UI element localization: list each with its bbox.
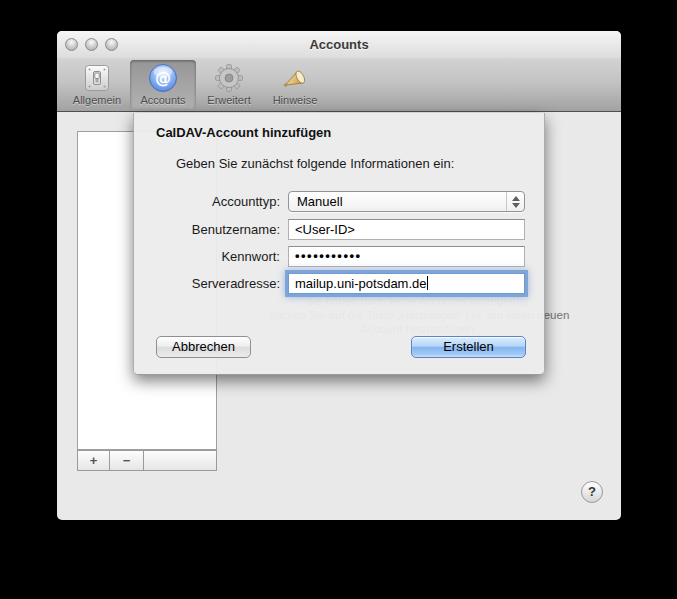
sheet-title: CalDAV-Account hinzufügen — [156, 125, 331, 140]
switch-icon — [81, 62, 113, 94]
remove-account-button[interactable]: − — [109, 450, 144, 471]
svg-text:@: @ — [155, 69, 171, 88]
toolbar-item-accounts[interactable]: @ Accounts — [130, 60, 196, 109]
popup-arrows-icon — [506, 192, 524, 211]
gear-icon — [213, 62, 245, 94]
kennwort-label: Kennwort: — [134, 249, 280, 264]
megaphone-icon — [279, 62, 311, 94]
add-account-button[interactable]: + — [77, 450, 110, 471]
serveradresse-value: mailup.uni-potsdam.de — [295, 276, 427, 291]
text-cursor — [427, 276, 428, 290]
sheet-subtitle: Geben Sie zunächst folgende Informatione… — [176, 156, 454, 171]
benutzername-label: Benutzername: — [134, 222, 280, 237]
create-button[interactable]: Erstellen — [411, 336, 526, 358]
window-header: Accounts Allgemein — [57, 31, 621, 112]
toolbar-item-label: Erweitert — [207, 94, 250, 106]
toolbar-item-label: Allgemein — [73, 94, 121, 106]
window-title: Accounts — [57, 31, 621, 59]
toolbar: Allgemein @ Accounts — [57, 59, 621, 111]
list-controls-spacer — [143, 450, 217, 471]
help-button[interactable]: ? — [581, 481, 603, 503]
benutzername-field[interactable]: <User-ID> — [288, 219, 525, 240]
toolbar-item-hinweise[interactable]: Hinweise — [262, 60, 328, 109]
toolbar-item-allgemein[interactable]: Allgemein — [64, 60, 130, 109]
arrow-down-icon — [512, 203, 520, 208]
toolbar-item-erweitert[interactable]: Erweitert — [196, 60, 262, 109]
toolbar-item-label: Hinweise — [273, 94, 318, 106]
accounttyp-popup[interactable]: Manuell — [288, 191, 525, 212]
cancel-button[interactable]: Abbrechen — [156, 336, 251, 358]
at-icon: @ — [147, 62, 179, 94]
accounttyp-label: Accounttyp: — [134, 194, 280, 209]
accounts-list-controls: + − — [77, 450, 217, 471]
accounttyp-value: Manuell — [289, 194, 506, 209]
caldav-sheet-dialog: CalDAV-Account hinzufügen Geben Sie zunä… — [133, 113, 545, 375]
arrow-up-icon — [512, 196, 520, 201]
kennwort-field[interactable]: ••••••••••• — [288, 246, 525, 267]
toolbar-item-label: Accounts — [140, 94, 185, 106]
serveradresse-label: Serveradresse: — [134, 276, 280, 291]
preferences-window: Accounts Allgemein — [57, 31, 621, 520]
serveradresse-field[interactable]: mailup.uni-potsdam.de — [288, 273, 525, 294]
